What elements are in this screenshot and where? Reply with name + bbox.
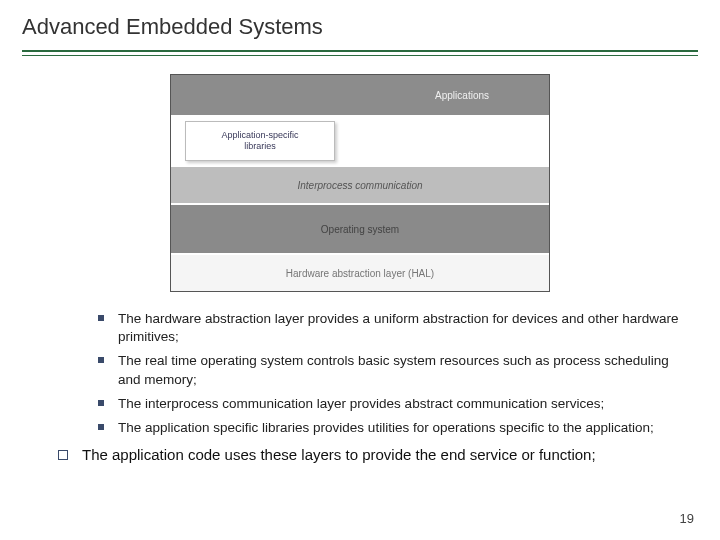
layer-libraries-row: Application-specific libraries (171, 117, 549, 165)
slide: Advanced Embedded Systems Applications A… (0, 0, 720, 540)
bullet-text: The interprocess communication layer pro… (118, 396, 604, 411)
layer-ipc-label: Interprocess communication (297, 180, 422, 191)
summary-item: The application code uses these layers t… (58, 445, 686, 465)
bullet-list: The hardware abstraction layer provides … (98, 310, 686, 437)
layer-applications-label: Applications (435, 90, 489, 101)
page-number: 19 (680, 511, 694, 526)
bullet-text: The hardware abstraction layer provides … (118, 311, 679, 344)
summary-text: The application code uses these layers t… (82, 446, 596, 463)
list-item: The application specific libraries provi… (98, 419, 686, 437)
layer-libraries-box: Application-specific libraries (185, 121, 335, 161)
layer-diagram: Applications Application-specific librar… (170, 74, 550, 292)
slide-title: Advanced Embedded Systems (22, 14, 698, 48)
layer-applications: Applications (171, 75, 549, 115)
layer-libraries-line1: Application-specific (221, 130, 298, 141)
bullet-text: The real time operating system controls … (118, 353, 669, 386)
layer-os: Operating system (171, 205, 549, 253)
layer-ipc: Interprocess communication (171, 167, 549, 203)
diagram-container: Applications Application-specific librar… (22, 74, 698, 292)
list-item: The real time operating system controls … (98, 352, 686, 388)
summary-list: The application code uses these layers t… (58, 445, 686, 465)
content-area: The hardware abstraction layer provides … (22, 310, 698, 466)
title-rule (22, 50, 698, 56)
bullet-text: The application specific libraries provi… (118, 420, 654, 435)
list-item: The hardware abstraction layer provides … (98, 310, 686, 346)
layer-hal: Hardware abstraction layer (HAL) (171, 255, 549, 291)
layer-hal-label: Hardware abstraction layer (HAL) (286, 268, 434, 279)
list-item: The interprocess communication layer pro… (98, 395, 686, 413)
layer-os-label: Operating system (321, 224, 399, 235)
layer-libraries-line2: libraries (244, 141, 276, 152)
